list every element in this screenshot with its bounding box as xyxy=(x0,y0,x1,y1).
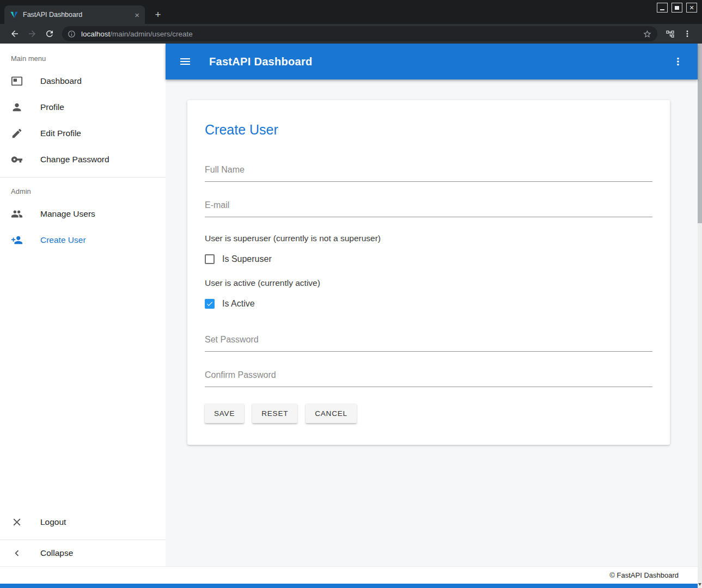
main-area: FastAPI Dashboard Create User User is su… xyxy=(166,44,698,566)
person-icon xyxy=(11,101,23,113)
superuser-checkbox-label[interactable]: Is Superuser xyxy=(222,254,272,264)
minimize-icon xyxy=(660,9,664,10)
scrollbar-thumb[interactable] xyxy=(698,44,702,223)
full-name-field-wrap xyxy=(205,163,652,182)
footer-accent-bar xyxy=(0,584,698,588)
dashboard-icon xyxy=(11,75,23,87)
active-hint: User is active (currently active) xyxy=(205,278,652,288)
sidebar-item-change-password[interactable]: Change Password xyxy=(0,146,166,173)
window-minimize-button[interactable] xyxy=(657,3,668,13)
sidebar-section-admin-label: Admin xyxy=(0,182,166,201)
new-tab-button[interactable]: + xyxy=(150,7,166,22)
forward-button[interactable] xyxy=(24,26,40,42)
sidebar-item-label: Manage Users xyxy=(40,209,95,219)
window-controls: ✕ xyxy=(657,3,697,13)
person-add-icon xyxy=(11,234,23,246)
active-checkbox[interactable] xyxy=(205,299,215,309)
confirm-password-field-wrap xyxy=(205,368,652,387)
superuser-checkbox-row: Is Superuser xyxy=(205,254,652,264)
site-info-icon[interactable] xyxy=(68,30,76,38)
sidebar-collapse-button[interactable]: Collapse xyxy=(0,540,166,566)
set-password-field-wrap xyxy=(205,333,652,352)
sidebar-spacer xyxy=(0,253,166,509)
extension-button[interactable] xyxy=(662,26,678,42)
url-path: /main/admin/users/create xyxy=(110,30,193,38)
browser-menu-button[interactable] xyxy=(679,26,695,42)
sidebar: Main menu Dashboard Profile Edit Profile xyxy=(0,44,166,566)
page-footer: © FastAPI Dashboard xyxy=(0,566,698,584)
confirm-password-input[interactable] xyxy=(205,368,652,387)
set-password-input[interactable] xyxy=(205,333,652,352)
email-input[interactable] xyxy=(205,198,652,217)
browser-window: FastAPI Dashboard × + ✕ localhost/main/a… xyxy=(0,0,702,588)
chevron-left-icon xyxy=(11,547,23,559)
browser-toolbar: localhost/main/admin/users/create xyxy=(0,24,702,44)
active-checkbox-label[interactable]: Is Active xyxy=(222,299,255,309)
active-checkbox-row: Is Active xyxy=(205,299,652,309)
tab-close-icon[interactable]: × xyxy=(133,11,141,19)
app-bar: FastAPI Dashboard xyxy=(166,44,698,79)
save-button[interactable]: SAVE xyxy=(205,403,244,423)
sidebar-item-dashboard[interactable]: Dashboard xyxy=(0,68,166,94)
scrollbar-down-arrow-icon[interactable] xyxy=(698,583,701,586)
forward-icon xyxy=(27,29,37,39)
sidebar-item-create-user[interactable]: Create User xyxy=(0,227,166,253)
sidebar-divider xyxy=(0,177,166,177)
close-icon: ✕ xyxy=(689,5,694,11)
copyright-text: © FastAPI Dashboard xyxy=(609,571,679,579)
superuser-checkbox[interactable] xyxy=(205,254,215,264)
url-host: localhost xyxy=(81,30,110,38)
full-name-input[interactable] xyxy=(205,163,652,182)
bookmark-star-icon[interactable] xyxy=(643,29,652,39)
back-icon xyxy=(10,29,20,39)
browser-tab[interactable]: FastAPI Dashboard × xyxy=(4,5,145,24)
hamburger-menu-button[interactable] xyxy=(172,48,198,75)
reload-icon xyxy=(45,29,54,39)
create-user-card: Create User User is superuser (currently… xyxy=(187,100,670,445)
sidebar-section-main-label: Main menu xyxy=(0,44,166,68)
app-title: FastAPI Dashboard xyxy=(209,56,313,68)
check-icon xyxy=(206,300,213,308)
pencil-icon xyxy=(11,127,23,139)
sidebar-item-label: Edit Profile xyxy=(40,128,81,138)
appbar-menu-button[interactable] xyxy=(665,48,691,75)
url-text: localhost/main/admin/users/create xyxy=(81,30,193,38)
vertical-scrollbar[interactable] xyxy=(698,44,702,588)
sidebar-item-label: Profile xyxy=(40,102,64,112)
kebab-menu-icon xyxy=(682,29,692,39)
sidebar-item-manage-users[interactable]: Manage Users xyxy=(0,201,166,227)
email-field-wrap xyxy=(205,198,652,217)
sidebar-item-label: Collapse xyxy=(40,548,73,558)
sidebar-item-edit-profile[interactable]: Edit Profile xyxy=(0,120,166,146)
page-content: Create User User is superuser (currently… xyxy=(166,79,698,566)
sidebar-item-logout[interactable]: Logout xyxy=(0,509,166,535)
sidebar-item-label: Logout xyxy=(40,517,66,527)
superuser-hint: User is superuser (currently is not a su… xyxy=(205,234,652,243)
window-maximize-button[interactable] xyxy=(672,3,682,13)
back-button[interactable] xyxy=(7,26,23,42)
sidebar-item-profile[interactable]: Profile xyxy=(0,94,166,120)
vuetify-favicon-icon xyxy=(10,10,19,19)
kebab-menu-icon xyxy=(672,56,684,68)
people-icon xyxy=(11,208,23,220)
maximize-icon xyxy=(675,6,679,10)
page-viewport: Main menu Dashboard Profile Edit Profile xyxy=(0,44,702,588)
reload-button[interactable] xyxy=(41,26,58,42)
close-x-icon xyxy=(11,516,23,528)
sidebar-item-label: Dashboard xyxy=(40,76,82,86)
extension-icon xyxy=(666,29,675,39)
tab-title: FastAPI Dashboard xyxy=(23,11,129,19)
reset-button[interactable]: RESET xyxy=(252,403,297,423)
url-address-bar[interactable]: localhost/main/admin/users/create xyxy=(62,26,657,41)
browser-titlebar: FastAPI Dashboard × + ✕ xyxy=(0,0,702,24)
page-title: Create User xyxy=(205,122,652,138)
form-buttons: SAVE RESET CANCEL xyxy=(205,403,652,423)
key-icon xyxy=(11,154,23,166)
sidebar-item-label: Create User xyxy=(40,235,86,245)
sidebar-item-label: Change Password xyxy=(40,155,109,164)
cancel-button[interactable]: CANCEL xyxy=(306,403,357,423)
hamburger-menu-icon xyxy=(179,55,192,68)
window-close-button[interactable]: ✕ xyxy=(686,3,697,13)
